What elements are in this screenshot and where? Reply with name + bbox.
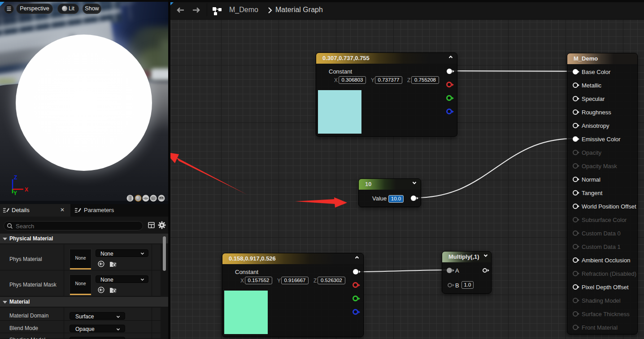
svg-text:Y: Y <box>13 190 17 196</box>
svg-text:Z: Z <box>14 174 17 181</box>
svg-text:X: X <box>25 187 28 193</box>
